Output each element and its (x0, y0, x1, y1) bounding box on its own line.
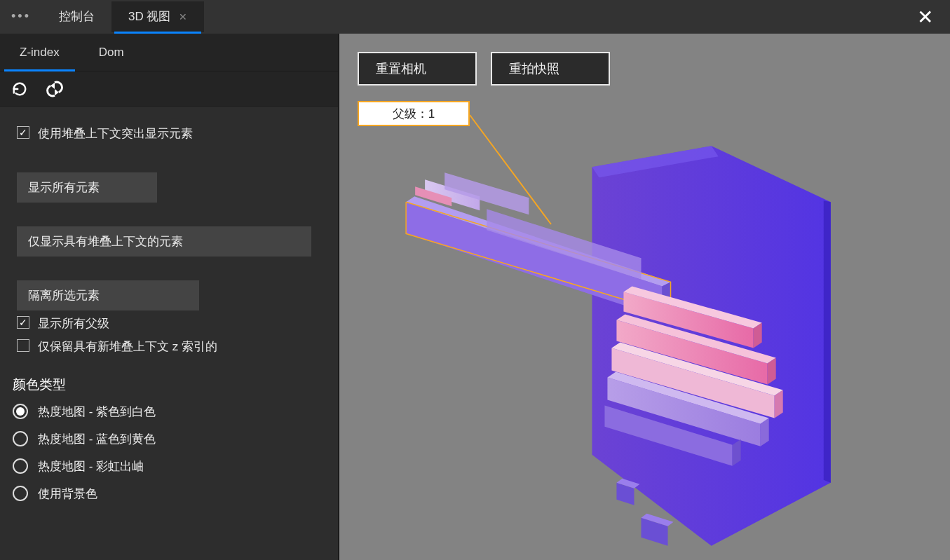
svg-marker-21 (761, 418, 769, 446)
radio-label: 热度地图 - 彩虹出岫 (38, 458, 144, 474)
checkbox-label: 仅保留具有新堆叠上下文 z 索引的 (38, 338, 217, 356)
svg-marker-9 (487, 209, 641, 279)
tab-3d-view[interactable]: 3D 视图 ✕ (111, 1, 204, 32)
svg-marker-5 (663, 282, 671, 317)
svg-marker-1 (592, 146, 830, 546)
svg-marker-25 (616, 479, 639, 489)
checkbox-icon[interactable] (17, 126, 29, 139)
svg-marker-14 (616, 314, 775, 363)
svg-line-0 (470, 115, 551, 224)
retake-snapshot-button[interactable]: 重拍快照 (491, 52, 610, 86)
svg-marker-6 (425, 179, 480, 210)
radio-label: 使用背景色 (38, 486, 97, 502)
button-label: 仅显示具有堆叠上下文的元素 (28, 235, 183, 248)
button-label: 重置相机 (376, 60, 426, 77)
viewport-3d[interactable]: 重置相机 重拍快照 父级：1 (339, 34, 950, 560)
svg-marker-8 (415, 186, 452, 206)
controls-panel: 使用堆叠上下文突出显示元素 显示所有元素 仅显示具有堆叠上下文的元素 隔离所选元… (0, 107, 338, 560)
more-icon[interactable]: ••• (0, 0, 42, 34)
reset-camera-button[interactable]: 重置相机 (358, 52, 477, 86)
svg-marker-4 (406, 196, 670, 286)
checkbox-icon[interactable] (17, 339, 29, 352)
parent-badge: 父级：1 (358, 101, 470, 126)
svg-marker-7 (445, 172, 529, 214)
parent-badge-text: 父级：1 (393, 106, 435, 122)
svg-marker-17 (611, 343, 782, 396)
button-label: 隔离所选元素 (28, 289, 100, 302)
rotate-icon[interactable] (45, 79, 65, 99)
svg-marker-11 (623, 286, 761, 328)
svg-marker-22 (604, 406, 732, 466)
svg-marker-2 (592, 146, 718, 177)
svg-marker-12 (754, 322, 762, 348)
sidebar: Z-index Dom (0, 34, 339, 560)
svg-marker-20 (607, 372, 768, 424)
svg-marker-26 (641, 518, 667, 546)
button-label: 显示所有元素 (28, 181, 100, 194)
radio-icon[interactable] (13, 404, 28, 419)
svg-marker-18 (775, 390, 783, 418)
checkbox-label: 使用堆叠上下文突出显示元素 (38, 125, 193, 143)
svg-marker-23 (733, 439, 741, 466)
color-radio-blue-yellow[interactable]: 热度地图 - 蓝色到黄色 (13, 431, 324, 447)
top-tab-bar: ••• 控制台 3D 视图 ✕ ✕ (0, 0, 950, 34)
tab-console[interactable]: 控制台 (42, 1, 111, 32)
checkbox-icon[interactable] (17, 316, 29, 329)
viewport-toolbar: 重置相机 重拍快照 (358, 52, 610, 86)
close-panel-icon[interactable]: ✕ (908, 0, 942, 34)
show-all-parents-checkbox[interactable]: 显示所有父级 (17, 315, 324, 333)
svg-marker-28 (824, 200, 831, 482)
subtab-zindex[interactable]: Z-index (0, 34, 79, 71)
keep-new-stacking-checkbox[interactable]: 仅保留具有新堆叠上下文 z 索引的 (17, 338, 324, 356)
button-label: 重拍快照 (509, 60, 559, 77)
highlight-stacking-checkbox[interactable]: 使用堆叠上下文突出显示元素 (17, 125, 324, 143)
svg-marker-27 (641, 514, 673, 526)
svg-marker-16 (611, 348, 774, 418)
radio-icon[interactable] (13, 458, 28, 474)
isolate-button[interactable]: 隔离所选元素 (17, 280, 199, 310)
tab-label: 控制台 (59, 8, 95, 25)
sub-tab-bar: Z-index Dom (0, 34, 338, 71)
radio-icon[interactable] (13, 486, 28, 501)
sidebar-toolbar (0, 71, 338, 107)
color-type-title: 颜色类型 (13, 376, 324, 394)
radio-label: 热度地图 - 蓝色到黄色 (38, 431, 156, 447)
svg-marker-13 (616, 320, 767, 384)
subtab-label: Z-index (20, 46, 60, 60)
close-tab-icon[interactable]: ✕ (179, 11, 187, 22)
svg-marker-3 (406, 202, 662, 317)
color-radio-rainbow[interactable]: 热度地图 - 彩虹出岫 (13, 458, 324, 474)
show-only-stacking-button[interactable]: 仅显示具有堆叠上下文的元素 (17, 226, 311, 257)
color-radio-purple-white[interactable]: 热度地图 - 紫色到白色 (13, 404, 324, 420)
radio-label: 热度地图 - 紫色到白色 (38, 404, 156, 420)
tab-label: 3D 视图 (128, 8, 170, 25)
subtab-label: Dom (99, 46, 124, 60)
color-radio-bgcolor[interactable]: 使用背景色 (13, 486, 324, 502)
svg-marker-24 (616, 483, 634, 505)
svg-marker-15 (768, 358, 776, 385)
radio-icon[interactable] (13, 431, 28, 446)
svg-marker-19 (607, 378, 760, 446)
refresh-icon[interactable] (10, 79, 29, 99)
svg-marker-10 (623, 292, 753, 348)
checkbox-label: 显示所有父级 (38, 315, 109, 333)
show-all-button[interactable]: 显示所有元素 (17, 172, 157, 203)
subtab-dom[interactable]: Dom (79, 34, 144, 71)
